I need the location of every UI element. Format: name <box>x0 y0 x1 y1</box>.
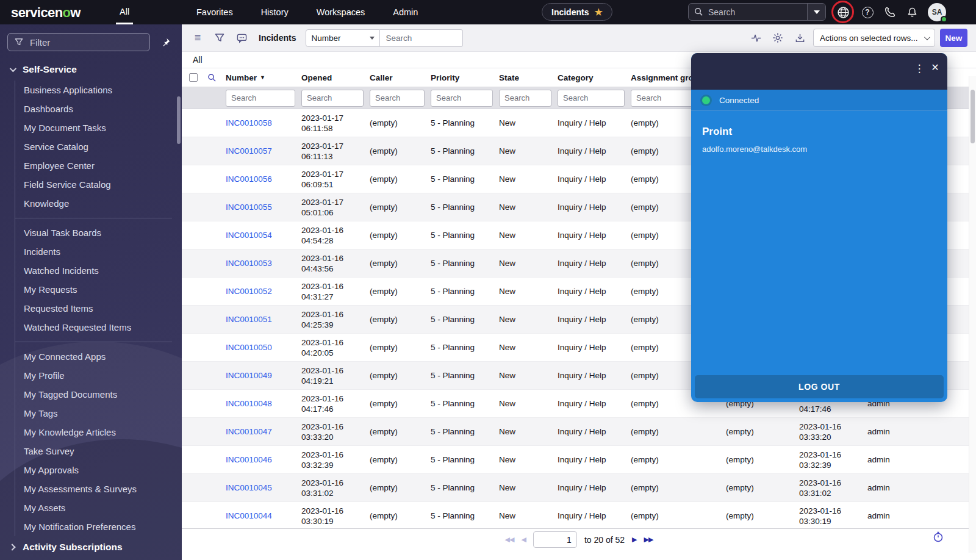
incident-link[interactable]: INC0010050 <box>226 343 272 352</box>
incident-link[interactable]: INC0010045 <box>226 483 272 492</box>
help-icon[interactable]: ? <box>860 5 875 20</box>
sidebar-item-my-assets[interactable]: My Assets <box>15 498 182 517</box>
tab-all-records[interactable]: All <box>193 55 203 65</box>
sidebar-item-take-survey[interactable]: Take Survey <box>15 442 182 461</box>
sidebar-item-visual-task-boards[interactable]: Visual Task Boards <box>15 223 182 242</box>
incidents-pill[interactable]: Incidents ★ <box>542 3 612 21</box>
incident-link[interactable]: INC0010054 <box>226 231 272 240</box>
incident-link[interactable]: INC0010047 <box>226 427 272 436</box>
sidebar-item-field-service-catalog[interactable]: Field Service Catalog <box>15 175 182 194</box>
bell-icon[interactable] <box>905 5 919 20</box>
next-page-button[interactable]: ▶ <box>632 536 636 544</box>
menu-favorites[interactable]: Favorites <box>196 7 233 17</box>
incident-link[interactable]: INC0010058 <box>226 118 272 127</box>
list-context-menu-icon[interactable]: ≡ <box>189 30 206 46</box>
incident-link[interactable]: INC0010048 <box>226 399 272 408</box>
cell-caller: (empty) <box>370 342 431 353</box>
sidebar-item-requested-items[interactable]: Requested Items <box>15 299 182 318</box>
log-out-button[interactable]: LOG OUT <box>695 375 944 398</box>
sidebar-item-my-profile[interactable]: My Profile <box>15 366 182 385</box>
incident-link[interactable]: INC0010046 <box>226 455 272 464</box>
incident-link[interactable]: INC0010051 <box>226 315 272 324</box>
incident-link[interactable]: INC0010049 <box>226 371 272 380</box>
phone-icon[interactable] <box>883 5 897 20</box>
filter-input-caller[interactable] <box>370 90 425 107</box>
incident-link[interactable]: INC0010055 <box>226 203 272 212</box>
sidebar-item-incidents[interactable]: Incidents <box>15 242 182 261</box>
chat-icon[interactable] <box>233 30 250 46</box>
column-search-icon[interactable] <box>207 73 217 82</box>
kebab-menu-icon[interactable]: ⋮ <box>913 62 925 75</box>
activity-stream-icon[interactable] <box>747 30 764 46</box>
cell-assignment-group: (empty) <box>631 426 726 437</box>
page-scrollbar[interactable] <box>969 76 976 553</box>
column-header-priority[interactable]: Priority <box>431 73 499 82</box>
sidebar-filter-input[interactable]: Filter <box>7 33 150 51</box>
filter-input-opened[interactable] <box>301 90 364 107</box>
filter-input-priority[interactable] <box>431 90 493 107</box>
incident-link[interactable]: INC0010056 <box>226 174 272 184</box>
new-button[interactable]: New <box>940 29 967 47</box>
sidebar-item-my-notification-preferences[interactable]: My Notification Preferences <box>15 517 182 536</box>
sidebar-item-knowledge[interactable]: Knowledge <box>15 194 182 213</box>
avatar[interactable]: SA <box>928 3 946 21</box>
servicenow-logo[interactable]: servicenow <box>11 5 81 21</box>
incident-link[interactable]: INC0010052 <box>226 287 272 296</box>
sidebar-item-employee-center[interactable]: Employee Center <box>15 156 182 175</box>
menu-admin[interactable]: Admin <box>393 7 418 17</box>
sidebar-item-my-requests[interactable]: My Requests <box>15 280 182 299</box>
menu-workspaces[interactable]: Workspaces <box>317 7 365 17</box>
sidebar-item-my-tagged-documents[interactable]: My Tagged Documents <box>15 385 182 404</box>
response-time-icon[interactable] <box>932 531 946 544</box>
sidebar-item-my-connected-apps[interactable]: My Connected Apps <box>15 347 182 366</box>
list-search-input[interactable] <box>380 29 463 47</box>
search-scope-dropdown[interactable] <box>807 4 825 20</box>
prev-page-button[interactable]: ◀ <box>521 536 525 544</box>
sidebar-item-my-assessments-surveys[interactable]: My Assessments & Surveys <box>15 479 182 498</box>
filter-input-category[interactable] <box>558 90 625 107</box>
first-page-button[interactable]: ◀◀ <box>505 536 514 544</box>
search-field-select[interactable]: Number <box>306 29 380 47</box>
global-search[interactable]: Search <box>688 3 826 21</box>
download-icon[interactable] <box>791 30 808 46</box>
tab-all[interactable]: All <box>117 0 132 24</box>
sort-desc-icon: ▼ <box>260 74 265 81</box>
actions-dropdown[interactable]: Actions on selected rows... <box>813 29 935 47</box>
page-scrollbar-thumb[interactable] <box>971 90 975 143</box>
sidebar-scrollbar-thumb[interactable] <box>177 96 181 144</box>
page-input[interactable] <box>533 531 577 548</box>
cell-category: Inquiry / Help <box>558 398 631 409</box>
sidebar-section-self-service[interactable]: Self-Service <box>0 59 182 81</box>
menu-history[interactable]: History <box>261 7 289 17</box>
sidebar-section-activity-subscriptions[interactable]: Activity Subscriptions <box>0 536 182 558</box>
favorite-star-icon[interactable]: ★ <box>594 7 602 18</box>
filter-input-state[interactable] <box>499 90 551 107</box>
sidebar-item-my-tags[interactable]: My Tags <box>15 404 182 423</box>
cell-category: Inquiry / Help <box>558 174 631 184</box>
gear-icon[interactable] <box>769 30 786 46</box>
column-header-opened[interactable]: Opened <box>301 73 370 82</box>
sidebar-item-my-approvals[interactable]: My Approvals <box>15 461 182 479</box>
filter-input-number[interactable] <box>226 90 295 107</box>
sidebar-item-watched-incidents[interactable]: Watched Incidents <box>15 261 182 280</box>
sidebar-item-my-knowledge-articles[interactable]: My Knowledge Articles <box>15 423 182 442</box>
column-header-state[interactable]: State <box>499 73 558 82</box>
column-header-category[interactable]: Category <box>558 73 631 82</box>
incident-link[interactable]: INC0010053 <box>226 259 272 268</box>
column-header-number[interactable]: Number▼ <box>226 73 301 82</box>
close-icon[interactable]: ✕ <box>928 62 942 73</box>
incident-link[interactable]: INC0010044 <box>226 511 272 520</box>
sidebar-item-service-catalog[interactable]: Service Catalog <box>15 137 182 156</box>
sidebar-item-dashboards[interactable]: Dashboards <box>15 99 182 118</box>
sidebar-item-watched-requested-items[interactable]: Watched Requested Items <box>15 318 182 337</box>
column-header-caller[interactable]: Caller <box>370 73 431 82</box>
sidebar-item-business-applications[interactable]: Business Applications <box>15 81 182 99</box>
sidebar-item-my-document-tasks[interactable]: My Document Tasks <box>15 118 182 137</box>
last-page-button[interactable]: ▶▶ <box>644 536 653 544</box>
talkdesk-panel: ⋮ ✕ Connected Proint adolfo.moreno@talkd… <box>691 53 947 402</box>
select-all-checkbox[interactable] <box>189 73 198 82</box>
filter-icon[interactable] <box>211 30 228 46</box>
incident-link[interactable]: INC0010057 <box>226 146 272 156</box>
pin-icon[interactable] <box>157 34 173 50</box>
cell-updated: 2023-01-16 03:32:39 <box>799 450 867 470</box>
